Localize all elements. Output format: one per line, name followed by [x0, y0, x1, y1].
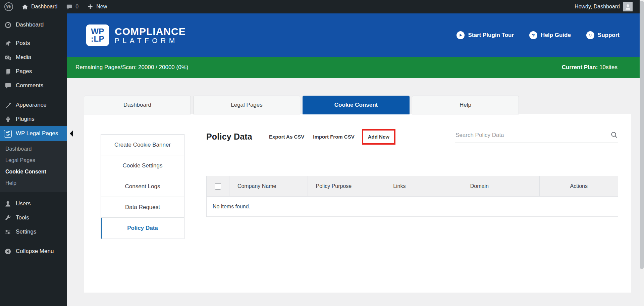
- page-title: Policy Data: [206, 132, 252, 142]
- pages-icon: [4, 68, 12, 75]
- wordpress-logo-icon: W: [4, 2, 13, 11]
- tab-legal-pages[interactable]: Legal Pages: [193, 96, 300, 114]
- tab-dashboard[interactable]: Dashboard: [84, 96, 191, 114]
- policy-data-header: Policy Data Export As CSV Import From CS…: [206, 130, 394, 143]
- sidebar-label: Collapse Menu: [16, 248, 54, 255]
- add-new-wrap: Add New: [363, 134, 394, 140]
- plugins-plug-icon: [4, 115, 12, 123]
- table-empty-row: No items found.: [207, 196, 618, 216]
- wplp-badge-icon: WP :LP: [86, 24, 109, 46]
- sidebar-label: Media: [16, 54, 31, 61]
- sidebar-item-comments[interactable]: Comments: [0, 79, 67, 93]
- start-plugin-tour-button[interactable]: Start Plugin Tour: [457, 31, 514, 39]
- media-camera-icon: [4, 54, 12, 61]
- sidebar-item-settings[interactable]: Settings: [0, 225, 67, 239]
- tab-cookie-consent[interactable]: Cookie Consent: [303, 96, 410, 114]
- comments-shortcut-button[interactable]: 0: [62, 0, 83, 13]
- plugin-header-nav: Start Plugin Tour ? Help Guide Support: [457, 31, 620, 39]
- site-dashboard-label: Dashboard: [31, 4, 57, 10]
- policy-data-table: Company Name Policy Purpose Links Domain…: [206, 176, 618, 217]
- sidebar-item-wp-legal-pages[interactable]: WP:LP WP Legal Pages: [0, 126, 67, 141]
- column-header-policy-purpose: Policy Purpose: [308, 176, 385, 196]
- export-csv-link[interactable]: Export As CSV: [269, 134, 304, 140]
- column-header-actions: Actions: [540, 176, 618, 196]
- users-icon: [4, 200, 12, 208]
- sidebar-label: Users: [16, 200, 31, 207]
- cookie-consent-panel: Create Cookie Banner Cookie Settings Con…: [84, 114, 631, 293]
- help-guide-button[interactable]: ? Help Guide: [529, 31, 571, 39]
- sidebar-item-posts[interactable]: Posts: [0, 36, 67, 50]
- policy-data-actions: Export As CSV Import From CSV Add New: [269, 134, 394, 140]
- posts-pin-icon: [4, 40, 12, 47]
- column-header-company-name: Company Name: [229, 176, 308, 196]
- collapse-menu-button[interactable]: Collapse Menu: [0, 244, 67, 258]
- support-button[interactable]: Support: [586, 31, 620, 39]
- tools-wrench-icon: [4, 214, 12, 222]
- avatar: [623, 2, 633, 11]
- tab-help[interactable]: Help: [412, 96, 519, 114]
- wordpress-menu-button[interactable]: W: [0, 0, 17, 13]
- wp-admin-screen: W Dashboard 0 New Howdy, Dashboard: [0, 0, 644, 306]
- scrollbar-thumb[interactable]: [640, 1, 644, 269]
- sidebar-item-tools[interactable]: Tools: [0, 211, 67, 225]
- sidebar-item-pages[interactable]: Pages: [0, 64, 67, 79]
- column-header-links: Links: [385, 176, 462, 196]
- sidebar-item-plugins[interactable]: Plugins: [0, 112, 67, 126]
- plugin-header: WP :LP COMPLIANCE PLATFORM Start Plugin …: [67, 13, 640, 57]
- scan-status-bar: Remaining Pages/Scan: 20000 / 20000 (0%)…: [67, 57, 640, 78]
- plugin-logo: WP :LP COMPLIANCE PLATFORM: [86, 24, 186, 46]
- sidebar-label: Posts: [16, 40, 30, 47]
- search-input[interactable]: [455, 132, 610, 141]
- submenu-item-cookie-consent[interactable]: Cookie Consent: [0, 166, 67, 177]
- wp-admin-sidebar: Dashboard Posts Media Pages Comments: [0, 13, 67, 306]
- dashboard-gauge-icon: [4, 21, 12, 29]
- policy-data-button[interactable]: Policy Data: [101, 218, 184, 239]
- create-cookie-banner-button[interactable]: Create Cookie Banner: [101, 135, 184, 155]
- play-circle-icon: [457, 31, 465, 39]
- home-icon: [22, 4, 28, 10]
- sidebar-label: Appearance: [16, 102, 47, 108]
- table-header-checkbox-cell: [207, 176, 229, 196]
- remaining-pages-text: Remaining Pages/Scan: 20000 / 20000 (0%): [75, 64, 188, 71]
- sidebar-label: Plugins: [16, 116, 35, 122]
- submenu-item-help[interactable]: Help: [0, 177, 67, 189]
- sidebar-item-dashboard[interactable]: Dashboard: [0, 18, 67, 32]
- wplp-logo-icon: WP:LP: [4, 130, 12, 138]
- collapse-arrow-icon: [4, 248, 12, 255]
- sidebar-label: Settings: [16, 228, 36, 235]
- howdy-label: Howdy, Dashboard: [575, 4, 620, 10]
- comments-count: 0: [75, 4, 78, 10]
- page-scrollbar[interactable]: [640, 0, 644, 306]
- sidebar-item-appearance[interactable]: Appearance: [0, 98, 67, 112]
- import-csv-link[interactable]: Import From CSV: [313, 134, 354, 140]
- data-request-button[interactable]: Data Request: [101, 197, 184, 218]
- sidebar-label: Tools: [16, 214, 29, 221]
- wplp-submenu: Dashboard Legal Pages Cookie Consent Hel…: [0, 141, 67, 192]
- select-all-checkbox[interactable]: [215, 183, 221, 190]
- site-dashboard-button[interactable]: Dashboard: [17, 0, 62, 13]
- submenu-item-legal-pages[interactable]: Legal Pages: [0, 155, 67, 166]
- search-icon[interactable]: [610, 131, 618, 140]
- sidebar-label: Comments: [16, 82, 43, 89]
- consent-logs-button[interactable]: Consent Logs: [101, 176, 184, 197]
- sidebar-label: Dashboard: [16, 21, 44, 28]
- sidebar-item-users[interactable]: Users: [0, 197, 67, 211]
- brand-text: COMPLIANCE PLATFORM: [115, 26, 186, 44]
- comment-bubble-icon: [4, 82, 12, 90]
- wp-admin-bar: W Dashboard 0 New Howdy, Dashboard: [0, 0, 640, 13]
- account-menu-button[interactable]: Howdy, Dashboard: [570, 0, 637, 13]
- policy-search: [455, 130, 618, 143]
- plugin-tabs: Dashboard Legal Pages Cookie Consent Hel…: [84, 96, 519, 114]
- new-content-button[interactable]: New: [83, 0, 111, 13]
- comments-bubble-icon: [66, 4, 72, 10]
- cookie-settings-button[interactable]: Cookie Settings: [101, 155, 184, 176]
- appearance-brush-icon: [4, 101, 12, 109]
- add-new-link[interactable]: Add New: [368, 134, 389, 140]
- plus-icon: [87, 4, 93, 10]
- submenu-item-dashboard[interactable]: Dashboard: [0, 143, 67, 155]
- column-header-domain: Domain: [462, 176, 540, 196]
- sidebar-label: Pages: [16, 68, 32, 75]
- sidebar-item-media[interactable]: Media: [0, 50, 67, 64]
- question-circle-icon: ?: [529, 31, 537, 39]
- current-plan-text: Current Plan: 10sites: [562, 64, 618, 71]
